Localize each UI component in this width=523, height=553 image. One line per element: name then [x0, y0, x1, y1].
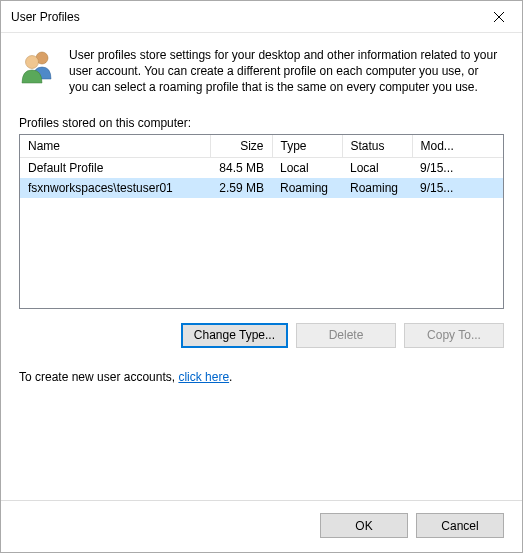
create-account-suffix: . [229, 370, 232, 384]
copy-to-button: Copy To... [404, 323, 504, 348]
create-account-link[interactable]: click here [178, 370, 229, 384]
delete-button: Delete [296, 323, 396, 348]
users-icon [19, 47, 57, 96]
cell-modified: 9/15... [412, 178, 503, 198]
column-header-name[interactable]: Name [20, 135, 210, 158]
cell-modified: 9/15... [412, 157, 503, 178]
window-title: User Profiles [11, 10, 476, 24]
cell-name: fsxnworkspaces\testuser01 [20, 178, 210, 198]
ok-button[interactable]: OK [320, 513, 408, 538]
cancel-button[interactable]: Cancel [416, 513, 504, 538]
svg-point-3 [26, 56, 39, 69]
cell-size: 84.5 MB [210, 157, 272, 178]
column-header-status[interactable]: Status [342, 135, 412, 158]
column-header-type[interactable]: Type [272, 135, 342, 158]
close-icon [494, 12, 504, 22]
cell-status: Roaming [342, 178, 412, 198]
cell-status: Local [342, 157, 412, 178]
change-type-button[interactable]: Change Type... [181, 323, 288, 348]
create-account-text: To create new user accounts, click here. [19, 370, 504, 384]
profiles-table-container: Name Size Type Status Mod... Default Pro… [19, 134, 504, 309]
profile-action-buttons: Change Type... Delete Copy To... [19, 323, 504, 348]
user-profiles-dialog: User Profiles User profiles store settin… [0, 0, 523, 553]
profiles-list-label: Profiles stored on this computer: [19, 116, 504, 130]
intro-section: User profiles store settings for your de… [19, 47, 504, 96]
dialog-body: User profiles store settings for your de… [1, 33, 522, 500]
create-account-prefix: To create new user accounts, [19, 370, 178, 384]
close-button[interactable] [476, 1, 522, 33]
intro-text: User profiles store settings for your de… [69, 47, 504, 96]
table-row[interactable]: fsxnworkspaces\testuser01 2.59 MB Roamin… [20, 178, 503, 198]
dialog-footer: OK Cancel [1, 500, 522, 552]
cell-type: Roaming [272, 178, 342, 198]
table-row[interactable]: Default Profile 84.5 MB Local Local 9/15… [20, 157, 503, 178]
column-header-modified[interactable]: Mod... [412, 135, 503, 158]
table-header-row: Name Size Type Status Mod... [20, 135, 503, 158]
titlebar: User Profiles [1, 1, 522, 33]
cell-name: Default Profile [20, 157, 210, 178]
profiles-table[interactable]: Name Size Type Status Mod... Default Pro… [20, 135, 503, 198]
column-header-size[interactable]: Size [210, 135, 272, 158]
cell-size: 2.59 MB [210, 178, 272, 198]
cell-type: Local [272, 157, 342, 178]
